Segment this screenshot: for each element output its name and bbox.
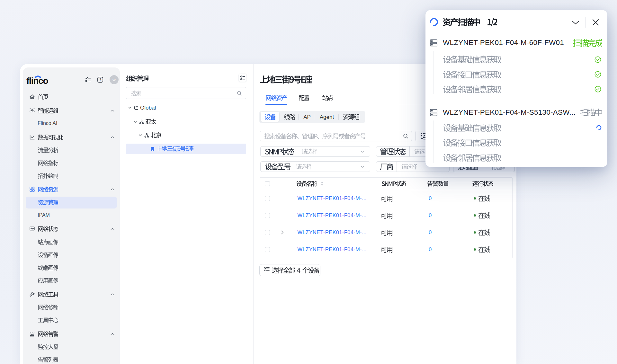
svg-text:?: ? [99, 78, 101, 82]
